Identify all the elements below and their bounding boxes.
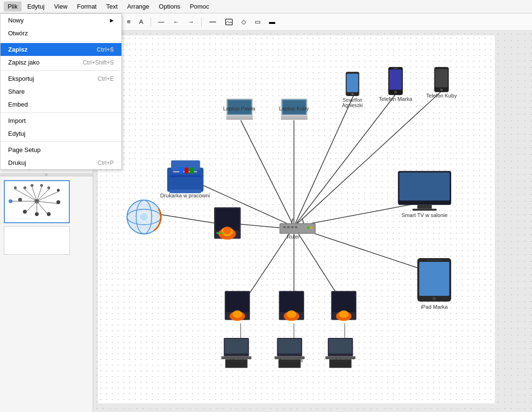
menu-format[interactable]: Format <box>73 1 100 11</box>
svg-line-9 <box>37 201 58 204</box>
svg-rect-114 <box>226 292 249 313</box>
align-button[interactable]: ≡ <box>124 16 133 28</box>
sep-3 <box>0 112 121 113</box>
svg-point-81 <box>351 93 354 95</box>
svg-point-16 <box>31 184 33 187</box>
ipad-marka-node[interactable] <box>417 258 451 302</box>
svg-line-8 <box>37 192 58 201</box>
svg-point-26 <box>47 212 51 216</box>
svg-text:Laptop Pawła: Laptop Pawła <box>223 106 256 111</box>
svg-point-49 <box>140 213 148 221</box>
svg-rect-102 <box>427 260 441 261</box>
svg-point-18 <box>47 186 50 189</box>
menu-share[interactable]: Share <box>0 85 121 98</box>
shape-button[interactable]: ▬ <box>266 16 278 28</box>
svg-line-30 <box>241 120 294 227</box>
svg-text:Laptop Kuby: Laptop Kuby <box>279 106 309 111</box>
svg-rect-138 <box>329 339 352 353</box>
agnieszka-node[interactable] <box>274 338 304 368</box>
toolbar-sep-3 <box>201 17 202 27</box>
sep-2 <box>0 70 121 71</box>
svg-rect-95 <box>400 173 450 201</box>
svg-rect-96 <box>417 205 432 209</box>
firewall-agnieszka-node[interactable] <box>279 291 304 321</box>
svg-line-27 <box>161 215 222 224</box>
sep-4 <box>0 141 121 142</box>
menu-nowy[interactable]: Nowy ▶ <box>0 14 121 27</box>
stroke-button[interactable]: ▭ <box>252 16 263 28</box>
svg-rect-118 <box>280 292 304 313</box>
plik-dropdown: Nowy ▶ Otwórz Zapisz Ctrl+S Zapisz jako … <box>0 13 122 170</box>
jakub-node[interactable] <box>326 338 356 368</box>
svg-rect-56 <box>221 232 224 234</box>
canvas-paper[interactable]: Ruter Laptop Pawła <box>98 35 495 403</box>
svg-point-91 <box>440 88 443 91</box>
firewall-marek-node[interactable] <box>225 291 250 321</box>
svg-point-25 <box>35 212 39 216</box>
menu-zapisz[interactable]: Zapisz Ctrl+S <box>0 43 121 56</box>
menu-edytuj-item[interactable]: Edytuj <box>0 127 121 140</box>
toolbar-sep-2 <box>151 17 151 27</box>
menu-zapisz-jako[interactable]: Zapisz jako Ctrl+Shift+S <box>0 56 121 69</box>
menu-embed[interactable]: Embed <box>0 98 121 111</box>
printer-node[interactable] <box>167 161 204 194</box>
menu-drukuj[interactable]: Drukuj Ctrl+P <box>0 156 121 169</box>
svg-rect-85 <box>389 69 402 90</box>
fill-button[interactable]: ◇ <box>239 16 249 28</box>
svg-rect-109 <box>179 168 183 173</box>
svg-point-116 <box>232 310 242 318</box>
canvas-area[interactable]: Ruter Laptop Pawła <box>93 31 532 412</box>
svg-point-19 <box>57 189 60 192</box>
svg-rect-100 <box>419 262 449 296</box>
svg-point-66 <box>310 227 313 229</box>
menu-arrange[interactable]: Arrange <box>123 1 153 11</box>
svg-rect-76 <box>281 116 308 118</box>
router-label: Ruter <box>287 234 300 239</box>
svg-point-120 <box>287 310 296 318</box>
svg-rect-77 <box>281 118 308 119</box>
diagram-thumbnail-active[interactable] <box>4 180 70 223</box>
internet-node[interactable] <box>121 194 167 240</box>
svg-rect-70 <box>226 116 253 118</box>
svg-text:Telefon Kuby: Telefon Kuby <box>426 93 457 98</box>
arrow-right-button[interactable]: → <box>185 16 197 28</box>
menu-pomoc[interactable]: Pomoc <box>186 1 213 11</box>
svg-rect-90 <box>435 69 448 87</box>
line-button[interactable]: — <box>155 16 167 28</box>
svg-rect-58 <box>281 224 315 233</box>
menu-plik[interactable]: Plik <box>4 1 22 11</box>
svg-rect-64 <box>295 226 297 228</box>
marek-node[interactable] <box>221 338 251 368</box>
smarttv-node[interactable] <box>398 171 451 211</box>
firewall-jakub-node[interactable] <box>331 291 357 321</box>
diagram-thumbnail-2[interactable] <box>4 226 70 255</box>
svg-rect-63 <box>291 226 293 228</box>
svg-text:Agnieszki: Agnieszki <box>342 103 363 108</box>
svg-rect-106 <box>170 175 201 177</box>
telefon-kuby-node[interactable] <box>434 67 448 92</box>
arrow-left-button[interactable]: ← <box>170 16 182 28</box>
svg-rect-55 <box>217 232 219 234</box>
svg-point-86 <box>394 91 397 94</box>
font-color-button[interactable]: A <box>136 16 146 28</box>
image-button[interactable] <box>222 16 236 28</box>
svg-point-65 <box>307 227 310 229</box>
svg-rect-61 <box>283 226 286 228</box>
telefon-marka-node[interactable] <box>388 67 402 95</box>
svg-text:Smart TV w salonie: Smart TV w salonie <box>402 212 447 218</box>
line-style-button[interactable] <box>206 16 219 28</box>
smartphone-agnieszki-node[interactable] <box>346 72 359 96</box>
svg-rect-87 <box>393 68 398 69</box>
menu-eksportuj[interactable]: Eksportuj Ctrl+E <box>0 72 121 85</box>
svg-point-24 <box>23 210 27 214</box>
router-node[interactable] <box>280 218 316 234</box>
firewall1-node[interactable] <box>214 207 241 240</box>
menu-otworz[interactable]: Otwórz <box>0 27 121 40</box>
menu-options[interactable]: Options <box>155 1 184 11</box>
menu-import[interactable]: Import <box>0 114 121 127</box>
svg-point-17 <box>40 184 43 187</box>
menu-edytuj[interactable]: Edytuj <box>23 1 48 11</box>
menu-page-setup[interactable]: Page Setup <box>0 143 121 156</box>
menu-text[interactable]: Text <box>102 1 121 11</box>
menu-view[interactable]: View <box>50 1 71 11</box>
